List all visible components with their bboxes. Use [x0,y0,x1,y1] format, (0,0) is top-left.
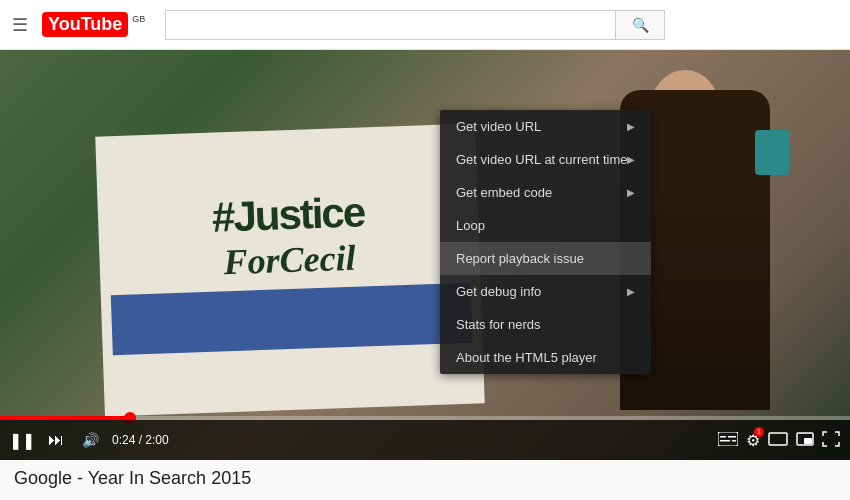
svg-rect-3 [720,440,730,442]
svg-rect-0 [718,432,738,446]
chevron-right-icon: ▶ [627,286,635,297]
menu-item-loop[interactable]: Loop [440,209,651,242]
youtube-icon: YouTube [42,12,128,37]
chevron-right-icon: ▶ [627,187,635,198]
menu-label: Get video URL [456,119,541,134]
menu-item-debug-info[interactable]: Get debug info ▶ [440,275,651,308]
theater-button[interactable] [768,432,788,449]
video-title: Google - Year In Search 2015 [14,468,836,489]
settings-button[interactable]: ⚙ 1 [746,431,760,450]
menu-item-report-playback[interactable]: Report playback issue [440,242,651,275]
header: ☰ YouTube GB 🔍 [0,0,850,50]
pause-button[interactable]: ❚❚ [10,428,34,452]
svg-rect-7 [804,438,812,444]
menu-label: Get debug info [456,284,541,299]
skip-button[interactable]: ⏭ [44,428,68,452]
region-label: GB [132,14,145,24]
skip-icon: ⏭ [48,431,64,449]
menu-item-embed-code[interactable]: Get embed code ▶ [440,176,651,209]
menu-item-get-video-url-time[interactable]: Get video URL at current time ▶ [440,143,651,176]
pause-icon: ❚❚ [9,431,35,450]
time-display: 0:24 / 2:00 [112,433,169,447]
miniplayer-button[interactable] [796,432,814,449]
protest-sign: #Justice ForCecil [95,123,485,416]
search-bar: 🔍 [165,10,665,40]
youtube-logo[interactable]: YouTube GB [42,12,145,37]
video-background: #Justice ForCecil [0,50,850,460]
video-player[interactable]: #Justice ForCecil Get video URL ▶ Get vi… [0,50,850,460]
context-menu: Get video URL ▶ Get video URL at current… [440,110,651,374]
hamburger-menu-icon[interactable]: ☰ [12,14,28,36]
menu-label: Get embed code [456,185,552,200]
menu-label: Get video URL at current time [456,152,627,167]
sign-text-line1: #Justice [211,188,365,241]
menu-label: About the HTML5 player [456,350,597,365]
menu-item-get-video-url[interactable]: Get video URL ▶ [440,110,651,143]
svg-rect-5 [769,433,787,445]
search-button[interactable]: 🔍 [615,10,665,40]
menu-label: Stats for nerds [456,317,541,332]
controls-bar: ❚❚ ⏭ 🔊 0:24 / 2:00 ⚙ 1 [0,420,850,460]
svg-rect-2 [728,436,736,438]
logo-area[interactable]: YouTube GB [42,12,145,37]
settings-badge: 1 [754,427,764,437]
chevron-right-icon: ▶ [627,121,635,132]
menu-label: Report playback issue [456,251,584,266]
sign-blue-block [111,283,473,356]
chevron-right-icon: ▶ [627,154,635,165]
search-input[interactable] [165,10,615,40]
sign-text-line2: ForCecil [223,237,356,284]
svg-rect-4 [732,440,736,442]
teal-cup [755,130,790,175]
svg-rect-1 [720,436,726,438]
search-icon: 🔍 [632,17,649,33]
menu-item-stats-nerds[interactable]: Stats for nerds [440,308,651,341]
video-title-bar: Google - Year In Search 2015 [0,460,850,497]
volume-icon: 🔊 [82,432,99,448]
subtitles-button[interactable] [718,432,738,449]
menu-label: Loop [456,218,485,233]
menu-item-about-html5[interactable]: About the HTML5 player [440,341,651,374]
fullscreen-button[interactable] [822,431,840,450]
volume-button[interactable]: 🔊 [78,428,102,452]
controls-right: ⚙ 1 [718,431,840,450]
